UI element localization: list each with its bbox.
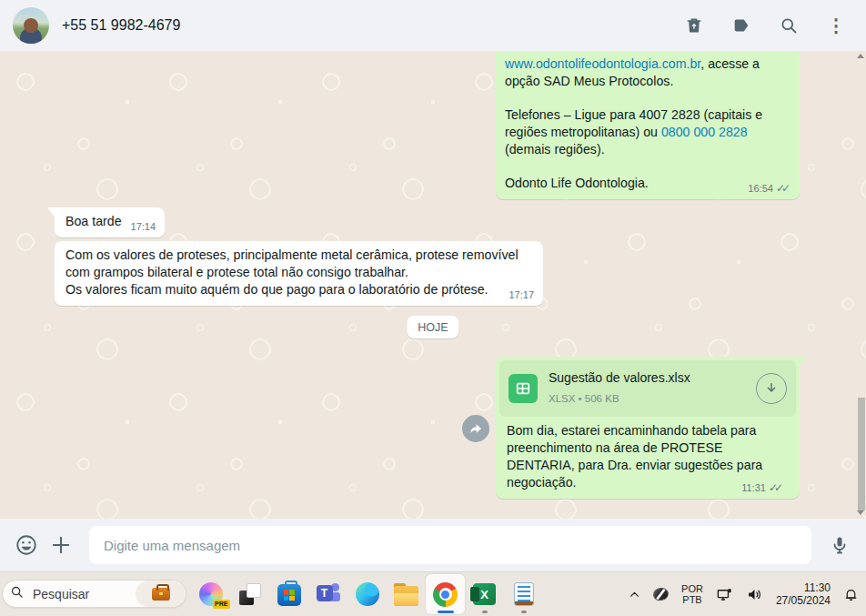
message-input[interactable] [89,526,811,564]
taskbar-chrome-active[interactable] [426,574,465,614]
message-text: Com os valores de proteses, principalmen… [65,247,534,281]
task-view-icon [239,583,261,605]
file-info: Sugestão de valores.xlsx XLSX • 506 KB [549,369,756,408]
taskbar-task-view[interactable] [230,574,269,614]
file-name: Sugestão de valores.xlsx [549,369,756,387]
message-meta: 11:31✓✓ [741,480,783,497]
download-button[interactable] [756,373,787,404]
clock-time: 11:30 [804,581,831,594]
message-text: Bom dia, estarei encaminhando tabela par… [507,423,762,490]
microphone-icon[interactable] [826,531,853,559]
preview-badge: PRE [213,600,229,609]
message-paragraph: Odonto Life Odontologia. 16:54✓✓ [505,175,790,192]
website-link[interactable]: www.odontolifeodontologia.com.br [505,56,700,71]
search-icon[interactable] [779,15,799,35]
file-attachment[interactable]: Sugestão de valores.xlsx XLSX • 506 KB [499,360,796,417]
message-incoming-long: Com os valores de proteses, principalmen… [55,241,543,306]
message-paragraph: Telefones – Ligue para 4007 2828 (capita… [505,106,790,158]
excel-icon: X [473,583,496,605]
message-incoming-short: Boa tarde 17:14 [55,207,165,237]
contact-avatar[interactable] [13,7,49,44]
running-app-indicator [521,611,527,613]
message-text: (demais regiões). [505,142,605,157]
edge-icon [356,582,379,606]
language-indicator[interactable]: PORPTB [681,583,703,605]
windows-taskbar: Pesquisar PRE T [0,571,866,616]
scrollbar-thumb[interactable] [858,398,865,510]
message-outgoing-info: www.odontolifeodontologia.com.br, acesse… [496,51,800,199]
message-meta: 16:54✓✓ [748,180,790,197]
message-text: Odonto Life Odontologia. [505,176,649,190]
taskbar-excel[interactable]: X [465,574,504,614]
briefcase-icon [152,588,170,601]
store-icon [277,584,301,606]
notifications-bell-icon[interactable] [843,587,859,602]
delivered-double-check-icon: ✓✓ [776,182,790,195]
message-meta: 17:14 [131,218,156,236]
taskbar-notepad[interactable] [504,574,543,614]
bubble-tail [47,207,55,217]
forward-button[interactable] [462,415,489,442]
timestamp: 17:14 [131,221,156,232]
message-text: Os valores ficam muito aquém do que pago… [65,281,534,298]
tray-status-icon[interactable] [653,588,669,601]
message-outgoing-attachment: Sugestão de valores.xlsx XLSX • 506 KB B… [496,357,800,499]
clock-date-text: 27/05/2024 [776,594,831,607]
taskbar-teams[interactable]: T [308,574,347,614]
notepad-icon [514,582,534,606]
phone-link[interactable]: 0800 000 2828 [661,125,748,139]
clock-date[interactable]: 11:3027/05/2024 [776,581,831,607]
taskbar-edge[interactable] [347,574,387,614]
search-icon [10,585,24,602]
message-composer [0,519,866,571]
message-meta: 17:17 [509,287,534,304]
whatsapp-window: +55 51 9982-4679 ⋮ [0,0,866,616]
message-text: Boa tarde [65,214,122,228]
menu-kebab-icon[interactable]: ⋮ [826,15,846,35]
folder-icon [394,586,418,606]
chat-header: +55 51 9982-4679 ⋮ [0,0,866,51]
taskbar-microsoft-store[interactable] [269,574,308,614]
bubble-tail [800,357,807,366]
date-divider: HOJE [407,316,458,338]
label-icon[interactable] [731,15,751,35]
header-actions: ⋮ [684,15,846,35]
taskbar-file-explorer[interactable] [387,574,426,614]
search-placeholder-text: Pesquisar [33,587,136,601]
delivered-double-check-icon: ✓✓ [769,481,783,494]
chat-scroll-area[interactable]: www.odontolifeodontologia.com.br, acesse… [0,51,866,519]
spreadsheet-file-icon [509,374,538,403]
scrollbar-down-arrow[interactable] [857,510,864,515]
attach-plus-icon[interactable] [47,531,75,559]
taskbar-copilot[interactable]: PRE [191,574,230,614]
file-size-label: XLSX • 506 KB [549,390,756,408]
active-app-indicator [438,611,454,613]
timestamp: 11:31 [741,482,766,493]
running-app-indicator [482,611,488,613]
emoji-icon[interactable] [13,531,40,559]
delete-chat-icon[interactable] [684,15,704,35]
contact-phone-title[interactable]: +55 51 9982-4679 [62,17,684,34]
taskbar-search[interactable]: Pesquisar [2,580,186,608]
tray-chevron-up-icon[interactable] [629,589,640,601]
message-caption: Bom dia, estarei encaminhando tabela par… [499,417,796,491]
copilot-icon: PRE [199,582,223,606]
system-tray: PORPTB 11:3027/05/2024 [629,572,862,616]
timestamp: 17:17 [509,289,534,300]
message-paragraph: www.odontolifeodontologia.com.br, acesse… [505,56,790,90]
network-icon[interactable] [716,586,733,603]
search-highlight-chip[interactable] [136,581,186,607]
volume-icon[interactable] [746,586,763,603]
scrollbar-up-arrow[interactable] [857,54,864,58]
teams-icon: T [317,583,340,605]
taskbar-app-icons: PRE T [191,572,543,616]
timestamp: 16:54 [748,183,773,194]
chrome-icon [433,582,458,607]
